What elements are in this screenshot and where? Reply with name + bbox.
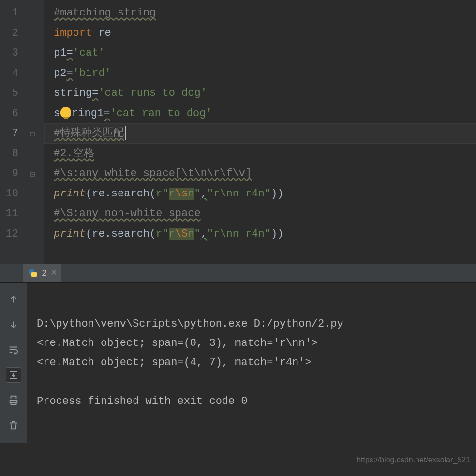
step-up-button[interactable] (6, 292, 21, 307)
run-toolbar (0, 283, 27, 443)
line-number: 6 (0, 104, 27, 124)
code-line: p2='bird' (44, 63, 476, 84)
line-gutter: 1 2 3 4 5 6 7 8 9 10 11 12 (0, 0, 27, 264)
code-line: string='cat runs to dog' (44, 83, 476, 104)
fold-column: ⊟ ⊟ (27, 0, 44, 264)
code-line: print(re.search(r"r\Sn","r\nn r4n")) (44, 224, 476, 244)
intention-bulb-icon[interactable] (60, 107, 71, 118)
line-number: 4 (0, 63, 27, 84)
close-icon[interactable]: × (51, 268, 57, 279)
step-down-button[interactable] (6, 317, 21, 332)
code-area[interactable]: #matching string import re p1='cat' p2='… (44, 0, 476, 264)
output-line: <re.Match object; span=(4, 7), match='r4… (37, 357, 312, 369)
soft-wrap-button[interactable] (6, 342, 21, 357)
run-panel: 2 × D:\python\venv\Scripts\python.exe D:… (0, 264, 476, 443)
code-line: #特殊种类匹配 (44, 123, 476, 144)
fold-toggle-icon[interactable]: ⊟ (30, 129, 35, 139)
trash-button[interactable] (6, 418, 21, 432)
run-tabs: 2 × (0, 264, 476, 283)
code-line: #\S:any non-white space (44, 204, 476, 224)
line-number: 11 (0, 204, 27, 224)
line-number: 8 (0, 144, 27, 164)
output-line: <re.Match object; span=(0, 3), match='r\… (37, 337, 318, 349)
line-number: 12 (0, 224, 27, 244)
line-number: 9 (0, 164, 27, 184)
tab-label: 2 (42, 268, 47, 279)
fold-toggle-icon[interactable]: ⊟ (30, 169, 35, 179)
code-line: #matching string (44, 3, 476, 23)
line-number: 5 (0, 83, 27, 104)
text-caret (125, 126, 126, 140)
code-line: p1='cat' (44, 43, 476, 63)
code-editor[interactable]: 1 2 3 4 5 6 7 8 9 10 11 12 ⊟ ⊟ #matching… (0, 0, 476, 264)
scroll-to-end-button[interactable] (6, 368, 21, 382)
print-button[interactable] (6, 393, 21, 407)
code-line: #2.空格 (44, 144, 476, 164)
line-number: 10 (0, 184, 27, 204)
console-output[interactable]: D:\python\venv\Scripts\python.exe D:/pyt… (27, 283, 476, 443)
line-number: 7 (0, 123, 27, 144)
line-number: 2 (0, 23, 27, 44)
python-icon (28, 268, 38, 278)
line-number: 1 (0, 3, 27, 23)
output-line: Process finished with exit code 0 (37, 395, 248, 407)
line-number: 3 (0, 43, 27, 63)
output-line: D:\python\venv\Scripts\python.exe D:/pyt… (37, 318, 343, 330)
code-line: print(re.search(r"r\sn","r\nn r4n")) (44, 184, 476, 204)
code-line: sring1='cat ran to dog' (44, 104, 476, 124)
code-line: import re (44, 23, 476, 44)
watermark: https://blog.csdn.net/exsolar_521 (357, 456, 470, 464)
run-tab[interactable]: 2 × (23, 264, 61, 282)
code-line: #\s:any white space[\t\n\r\f\v] (44, 164, 476, 184)
